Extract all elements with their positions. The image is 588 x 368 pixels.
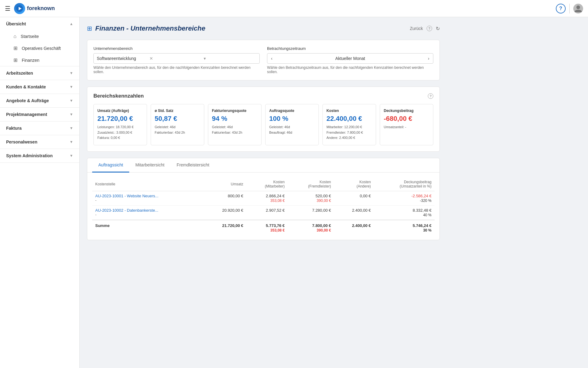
th-deckungsbeitrag: Deckungsbeitrag(Umsatzanteil in %) bbox=[374, 177, 435, 191]
page-title: Finanzen - Unternehmensbereiche bbox=[95, 24, 410, 32]
sidebar-section-projektmanagement: Projektmanagement ▼ bbox=[0, 108, 79, 121]
page-header-actions: Zurück ? ↻ bbox=[410, 26, 440, 32]
sidebar-label-projektmanagement: Projektmanagement bbox=[6, 112, 47, 117]
period-prev-button[interactable]: ‹ bbox=[267, 54, 276, 63]
kpi-card-deckungsbeitrag: Deckungsbeitrag -680,00 € Umsatzanteil: … bbox=[380, 104, 433, 145]
topbar-right: ? bbox=[556, 4, 583, 13]
kpi-value-auftragsquote: 100 % bbox=[269, 115, 315, 123]
tab-mitarbeitersicht[interactable]: Mitarbeitersicht bbox=[129, 158, 171, 173]
td-kosten-and-2: 2.400,00 € bbox=[334, 205, 374, 220]
td-kosten-fl-2: 7.280,00 € bbox=[288, 205, 334, 220]
kpi-title-deckungsbeitrag: Deckungsbeitrag bbox=[384, 109, 429, 113]
sidebar-item-startseite[interactable]: ⌂ Startseite bbox=[0, 31, 79, 42]
kpi-title-umsatz: Umsatz (Aufträge) bbox=[97, 109, 143, 113]
sidebar-label-personalwesen: Personalwesen bbox=[6, 139, 37, 144]
clear-unternehmensbereich-icon[interactable]: ✕ bbox=[149, 56, 202, 61]
td-kosten-and-1: 0,00 € bbox=[334, 191, 374, 205]
auftragssicht-table: Kostenstelle Umsatz Kosten(Mitarbeiter) … bbox=[92, 177, 435, 235]
sidebar-label-angebote: Angebote & Aufträge bbox=[6, 98, 49, 103]
chevron-up-icon: ▲ bbox=[70, 22, 73, 26]
kosten-fl-sub-1: 390,00 € bbox=[317, 199, 331, 203]
sidebar-section-angebote: Angebote & Aufträge ▼ bbox=[0, 94, 79, 108]
sidebar-header-faktura[interactable]: Faktura ▼ bbox=[0, 121, 79, 135]
kpi-details-deckungsbeitrag: Umsatzanteil: - bbox=[384, 125, 429, 130]
topbar: ☰ foreknown ? bbox=[0, 0, 588, 17]
sidebar-header-personalwesen[interactable]: Personalwesen ▼ bbox=[0, 135, 79, 149]
kpi-value-stdsatz: 50,87 € bbox=[155, 115, 200, 123]
unternehmensbereich-label: Unternehmensbereich bbox=[93, 46, 260, 51]
auftrags-link-1[interactable]: AU-2023-10001 - Website Neuers... bbox=[95, 194, 200, 198]
zeitraum-label: Betrachtungszeitraum bbox=[267, 46, 433, 51]
td-summe-kosten-and: 2.400,00 € bbox=[334, 220, 374, 235]
kpi-value-kosten: 22.400,00 € bbox=[326, 115, 372, 123]
table-body: AU-2023-10001 - Website Neuers... - 800,… bbox=[92, 191, 435, 235]
table-container: Kostenstelle Umsatz Kosten(Mitarbeiter) … bbox=[87, 173, 439, 240]
td-deckungsbeitrag-2: 8.332,48 € 40 % bbox=[374, 205, 435, 220]
kpi-details-kosten: Mitarbeiter: 12.200,00 € Fremdleister: 7… bbox=[326, 125, 372, 141]
main-content: ⊞ Finanzen - Unternehmensbereiche Zurück… bbox=[80, 17, 588, 368]
sidebar-item-finanzen[interactable]: ⊞ Finanzen bbox=[0, 54, 79, 66]
kpi-value-deckungsbeitrag: -680,00 € bbox=[384, 115, 429, 123]
db-sub-2: 40 % bbox=[423, 213, 432, 217]
menu-icon[interactable]: ☰ bbox=[5, 5, 10, 12]
kpi-card-fakturierungsquote: Fakturierungsquote 94 % Geleistet: 46d F… bbox=[208, 104, 262, 145]
kpi-details-umsatz: Leistungen: 18.720,00 € Zusatzleist.: 3.… bbox=[97, 125, 143, 141]
sidebar-header-uebersicht[interactable]: Übersicht ▲ bbox=[0, 17, 79, 31]
period-next-button[interactable]: › bbox=[424, 54, 433, 63]
td-summe-kosten-ma: 5.773,76 € 353,08 € bbox=[246, 220, 288, 235]
kostenstelle-sub-1: - bbox=[95, 198, 200, 203]
td-summe-kosten-fl: 7.800,00 € 390,00 € bbox=[288, 220, 334, 235]
sidebar-label-startseite: Startseite bbox=[21, 34, 39, 39]
kpi-help-icon[interactable]: ? bbox=[428, 93, 433, 99]
kpi-section-title: Bereichskennzahlen bbox=[93, 93, 144, 99]
page-icon: ⊞ bbox=[87, 25, 92, 32]
sidebar-header-angebote[interactable]: Angebote & Aufträge ▼ bbox=[0, 94, 79, 107]
td-summe-label: Summe bbox=[92, 220, 203, 235]
sidebar-header-systemadmin[interactable]: System Administration ▼ bbox=[0, 149, 79, 162]
th-kostenstelle: Kostenstelle bbox=[92, 177, 203, 191]
tab-fremdleistersicht[interactable]: Fremdleistersicht bbox=[171, 158, 216, 173]
sidebar-item-operatives[interactable]: ⊞ Operatives Geschäft bbox=[0, 42, 79, 54]
kpi-card-umsatz: Umsatz (Aufträge) 21.720,00 € Leistungen… bbox=[93, 104, 147, 145]
chevron-down-icon-kunden: ▼ bbox=[70, 85, 73, 89]
filter-unternehmensbereich: Unternehmensbereich Softwareentwicklung … bbox=[93, 46, 260, 74]
topbar-divider bbox=[569, 4, 570, 13]
sidebar-header-projektmanagement[interactable]: Projektmanagement ▼ bbox=[0, 108, 79, 121]
auftrags-link-2[interactable]: AU-2023-10002 - Datenbankerste... bbox=[95, 208, 200, 213]
th-umsatz: Umsatz bbox=[203, 177, 247, 191]
td-umsatz-1: 800,00 € bbox=[203, 191, 247, 205]
period-value: Aktueller Monat bbox=[276, 54, 424, 63]
back-button[interactable]: Zurück bbox=[410, 26, 423, 31]
sidebar-header-arbeitszeiten[interactable]: Arbeitszeiten ▼ bbox=[0, 66, 79, 80]
zeitraum-select: ‹ Aktueller Monat › bbox=[267, 53, 433, 64]
tab-auftragssicht[interactable]: Auftragssicht bbox=[92, 158, 129, 173]
table-header-row: Kostenstelle Umsatz Kosten(Mitarbeiter) … bbox=[92, 177, 435, 191]
topbar-help-icon[interactable]: ? bbox=[556, 4, 566, 13]
logo-icon bbox=[14, 3, 25, 14]
refresh-icon[interactable]: ↻ bbox=[436, 26, 440, 32]
td-kostenstelle-2: AU-2023-10002 - Datenbankerste... - bbox=[92, 205, 203, 220]
kpi-title-auftragsquote: Auftragsquote bbox=[269, 109, 315, 113]
th-kosten-and: Kosten(Andere) bbox=[334, 177, 374, 191]
sidebar: Übersicht ▲ ⌂ Startseite ⊞ Operatives Ge… bbox=[0, 17, 80, 368]
sidebar-section-kunden: Kunden & Kontakte ▼ bbox=[0, 80, 79, 94]
unternehmensbereich-select[interactable]: Softwareentwicklung ✕ ▾ bbox=[93, 53, 260, 64]
kpi-details-stdsatz: Geleistet: 46d Fakturierbar: 43d 2h bbox=[155, 125, 200, 135]
td-kosten-ma-1: 2.866,24 € 353,08 € bbox=[246, 191, 288, 205]
td-kostenstelle-1: AU-2023-10001 - Website Neuers... - bbox=[92, 191, 203, 205]
chevron-down-icon-ub: ▾ bbox=[204, 56, 256, 61]
user-avatar[interactable] bbox=[573, 4, 583, 13]
kpi-title-kosten: Kosten bbox=[326, 109, 372, 113]
grid-icon-finanzen: ⊞ bbox=[13, 58, 17, 63]
kpi-card-stdsatz: ø Std. Satz 50,87 € Geleistet: 46d Faktu… bbox=[151, 104, 204, 145]
sidebar-label-arbeitszeiten: Arbeitszeiten bbox=[6, 71, 33, 76]
sidebar-header-kunden[interactable]: Kunden & Kontakte ▼ bbox=[0, 80, 79, 94]
kosten-ma-sub-1: 353,08 € bbox=[270, 199, 285, 203]
td-kosten-fl-1: 520,00 € 390,00 € bbox=[288, 191, 334, 205]
page-help-icon[interactable]: ? bbox=[427, 26, 432, 31]
chevron-down-icon-pm: ▼ bbox=[70, 112, 73, 117]
th-kosten-fl: Kosten(Fremdleister) bbox=[288, 177, 334, 191]
kpi-value-fakturierungsquote: 94 % bbox=[212, 115, 258, 123]
chevron-down-icon-faktura: ▼ bbox=[70, 126, 73, 130]
sidebar-label-uebersicht: Übersicht bbox=[6, 21, 26, 26]
